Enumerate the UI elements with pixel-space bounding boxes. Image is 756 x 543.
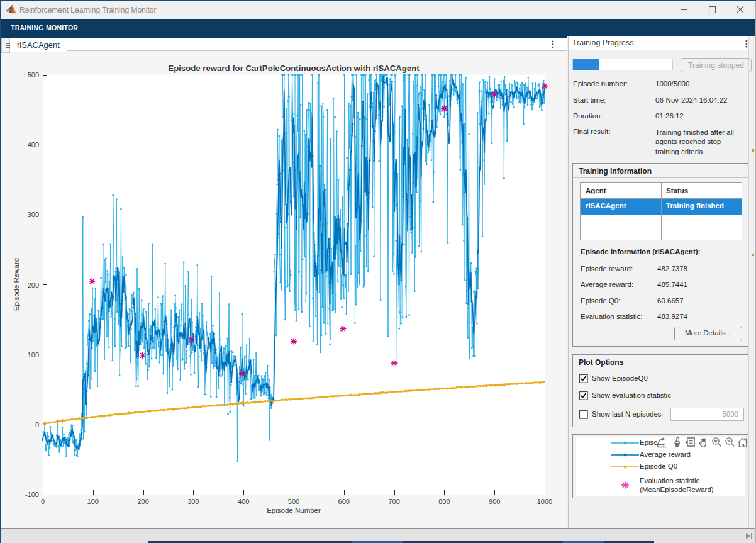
svg-text:500: 500 xyxy=(288,498,299,505)
svg-text:0: 0 xyxy=(35,421,39,428)
svg-text:0: 0 xyxy=(41,498,45,505)
svg-text:200: 200 xyxy=(28,281,39,289)
svg-text:800: 800 xyxy=(438,498,450,505)
svg-text:500: 500 xyxy=(28,71,39,79)
svg-text:400: 400 xyxy=(28,141,39,148)
svg-text:300: 300 xyxy=(187,498,199,505)
svg-text:100: 100 xyxy=(28,351,39,359)
svg-text:Episode reward for CartPoleCon: Episode reward for CartPoleContinuousAct… xyxy=(168,64,420,73)
svg-text:600: 600 xyxy=(338,498,350,505)
svg-text:900: 900 xyxy=(489,498,500,505)
svg-text:100: 100 xyxy=(87,498,99,505)
svg-text:200: 200 xyxy=(137,498,148,505)
svg-text:Episode Number: Episode Number xyxy=(267,507,321,514)
svg-text:400: 400 xyxy=(238,498,249,505)
svg-text:300: 300 xyxy=(28,211,39,218)
svg-text:700: 700 xyxy=(388,498,399,505)
svg-text:-100: -100 xyxy=(25,491,39,498)
svg-text:1000: 1000 xyxy=(537,498,552,505)
svg-text:Episode Reward: Episode Reward xyxy=(13,258,20,311)
